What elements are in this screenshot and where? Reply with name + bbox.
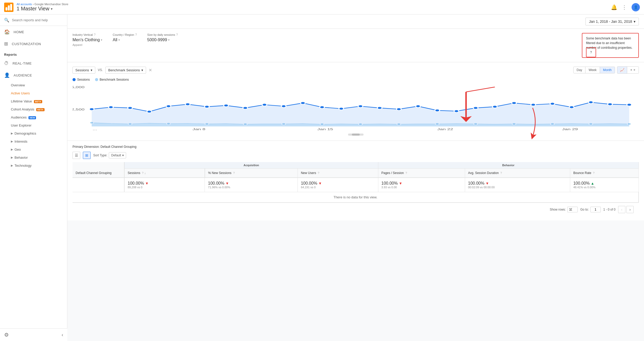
pagination-info: 1 - 0 of 0 [603, 208, 616, 211]
sessions-metric-dropdown[interactable]: Sessions ▾ [73, 67, 95, 74]
show-rows-control: Show rows: [550, 207, 578, 212]
svg-point-40 [358, 105, 363, 108]
bounce-sub: 48.41% vs 0.00% [573, 186, 635, 189]
pages-help-icon[interactable]: ? [406, 171, 407, 175]
line-chart-button[interactable]: 📈 [617, 67, 627, 73]
breadcrumb-all-accounts[interactable]: All accounts [17, 3, 32, 6]
sessions-help-icon[interactable]: ? [142, 171, 143, 175]
sessions-sort-icon[interactable]: ↓ [144, 171, 146, 175]
scatter-chart-button[interactable]: ⚬⚬ [627, 67, 639, 73]
sidebar-item-cohort-analysis[interactable]: Cohort Analysis BETA [0, 105, 67, 113]
sidebar-item-geo[interactable]: ▶ Geo [0, 145, 67, 154]
industry-field: Industry Vertical ? Men's Clothing ▾ App… [73, 33, 102, 46]
svg-rect-3 [10, 4, 12, 10]
goto-input[interactable] [590, 207, 601, 212]
pct-new-help-icon[interactable]: ? [233, 171, 235, 175]
top-bar: All accounts › Google Merchandise Store … [0, 0, 644, 15]
svg-rect-2 [8, 5, 10, 10]
svg-point-35 [262, 103, 267, 106]
user-avatar[interactable]: 👤 [632, 3, 640, 11]
svg-point-53 [608, 103, 613, 106]
country-value-dropdown[interactable]: All ▾ [113, 38, 137, 42]
avg-duration-sub: 00:02:09 vs 00:00:00 [468, 186, 567, 189]
country-label: Country / Region ? [113, 33, 137, 37]
svg-point-37 [300, 102, 305, 105]
svg-point-47 [493, 106, 497, 108]
sidebar-item-technology[interactable]: ▶ Technology [0, 162, 67, 170]
sidebar-item-behavior[interactable]: ▶ Behavior [0, 154, 67, 162]
bounce-col-header: Bounce Rate ? [570, 169, 639, 178]
benchmark-metric-dropdown[interactable]: Benchmark Sessions ▾ [105, 67, 146, 74]
sidebar-item-lifetime-value[interactable]: Lifetime Value BETA [0, 97, 67, 105]
month-button[interactable]: Month [600, 67, 615, 73]
content-area: Jan 1, 2018 - Jan 31, 2018 ▾ Industry Ve… [67, 15, 644, 341]
svg-line-56 [466, 87, 495, 92]
svg-point-38 [320, 106, 324, 109]
sidebar-item-demographics[interactable]: ▶ Demographics [0, 129, 67, 137]
col-channel-header: Default Channel Grouping [73, 162, 124, 178]
day-button[interactable]: Day [574, 67, 585, 73]
settings-icon[interactable]: ⚙ [4, 332, 9, 338]
svg-text:...: ... [93, 128, 97, 131]
sidebar-item-active-users[interactable]: Active Users [0, 89, 67, 97]
industry-sub: Apparel [73, 43, 102, 46]
bounce-help-icon[interactable]: ? [593, 171, 595, 175]
next-page-button[interactable]: › [626, 206, 634, 213]
date-range-label: Jan 1, 2018 - Jan 31, 2018 [589, 19, 632, 24]
size-help-icon[interactable]: ? [176, 33, 178, 37]
master-view-dropdown[interactable]: 1 Master View ▾ [17, 6, 68, 12]
pages-col-header: Pages / Session ? [378, 169, 465, 178]
reports-section-header: Reports [0, 50, 67, 58]
industry-value-dropdown[interactable]: Men's Clothing ▾ [73, 38, 102, 42]
show-rows-input[interactable] [567, 207, 578, 212]
size-label: Size by daily sessions ? [147, 33, 178, 37]
country-field: Country / Region ? All ▾ [113, 33, 137, 42]
prev-page-button[interactable]: ‹ [618, 206, 625, 213]
svg-text:Jan 29: Jan 29 [562, 128, 578, 131]
chart-controls: Sessions ▾ VS. Benchmark Sessions ▾ ✕ Da… [73, 66, 639, 74]
notification-icon[interactable]: 🔔 [611, 4, 617, 10]
sidebar-item-home[interactable]: 🏠 HOME [0, 26, 67, 38]
industry-help-icon[interactable]: ? [94, 33, 96, 37]
sidebar-item-interests[interactable]: ▶ Interests [0, 137, 67, 145]
metric-close-button[interactable]: ✕ [149, 68, 152, 73]
sidebar-footer: ⚙ ‹ [0, 328, 67, 341]
avg-duration-trend-icon: ▼ [486, 181, 489, 185]
search-icon: 🔍 [4, 18, 9, 23]
sidebar-item-realtime[interactable]: ⏱ REAL-TIME [0, 58, 67, 69]
totals-new-users-cell: 100.00% ▼ 64,191 vs 0 [298, 178, 378, 192]
more-options-icon[interactable]: ⋮ [621, 4, 627, 10]
acquisition-header: Acquisition [124, 162, 378, 169]
realtime-icon: ⏱ [4, 61, 9, 66]
svg-text:2,500: 2,500 [73, 108, 84, 111]
country-help-icon[interactable]: ? [135, 33, 137, 37]
warning-help-icon[interactable]: ? [586, 47, 596, 57]
legend-sessions: Sessions [73, 78, 90, 81]
svg-point-28 [128, 107, 133, 109]
svg-point-42 [396, 108, 401, 110]
svg-point-34 [243, 107, 248, 109]
view-controls: ☰ ⊞ Sort Type: Default ▾ [73, 152, 639, 159]
size-value-dropdown[interactable]: 5000-9999 ▾ [147, 38, 178, 42]
svg-point-39 [339, 107, 344, 110]
chart-type-buttons: 📈 ⚬⚬ [617, 66, 639, 74]
new-users-help-icon[interactable]: ? [318, 171, 319, 175]
sort-type-dropdown[interactable]: Default ▾ [109, 152, 126, 158]
avg-duration-help-icon[interactable]: ? [500, 171, 502, 175]
bounce-trend-icon: ▲ [591, 181, 594, 185]
sidebar-item-customization[interactable]: ⊞ CUSTOMIZATION [0, 38, 67, 50]
sessions-col-header: Sessions ? ↓ [124, 169, 205, 178]
list-view-button[interactable]: ☰ [73, 152, 80, 159]
industry-dropdown-arrow: ▾ [101, 38, 102, 42]
date-range-picker[interactable]: Jan 1, 2018 - Jan 31, 2018 ▾ [585, 18, 639, 25]
collapse-sidebar-icon[interactable]: ‹ [62, 332, 63, 338]
sidebar-item-audience[interactable]: 👤 AUDIENCE [0, 69, 67, 81]
svg-point-50 [550, 102, 555, 105]
search-input[interactable] [12, 18, 63, 22]
sidebar-item-overview[interactable]: Overview [0, 81, 67, 89]
sidebar-item-user-explorer[interactable]: User Explorer [0, 121, 67, 129]
week-button[interactable]: Week [585, 67, 600, 73]
grid-view-button[interactable]: ⊞ [83, 152, 91, 159]
sidebar-audience-label: AUDIENCE [14, 73, 32, 77]
sidebar-item-audiences[interactable]: Audiences NEW [0, 113, 67, 121]
